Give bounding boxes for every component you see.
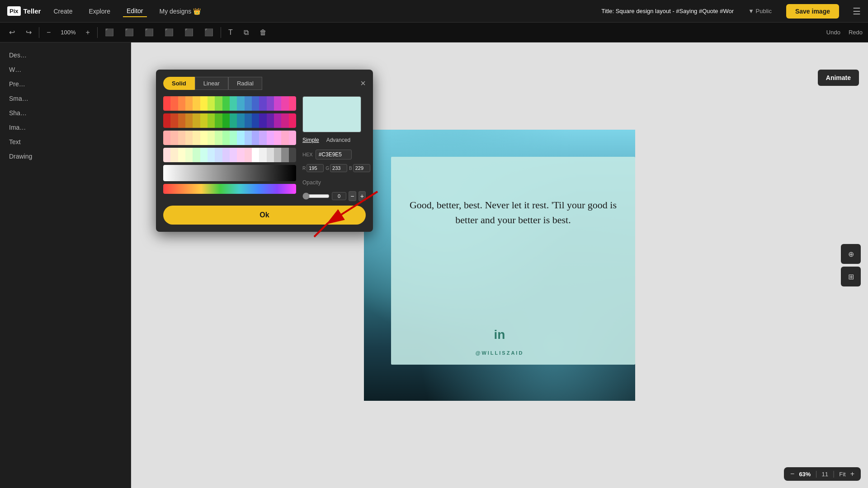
swatch-cell[interactable] bbox=[237, 96, 244, 111]
swatch-cell[interactable] bbox=[281, 148, 288, 162]
sidebar-item-sma[interactable]: Sma… bbox=[0, 91, 131, 106]
swatch-cell[interactable] bbox=[215, 131, 222, 145]
swatch-cell[interactable] bbox=[267, 148, 274, 162]
layers-button[interactable]: ⊞ bbox=[841, 267, 861, 286]
sidebar-item-text[interactable]: Text bbox=[0, 135, 131, 149]
swatch-cell[interactable] bbox=[267, 96, 274, 111]
swatch-cell[interactable] bbox=[200, 131, 208, 145]
swatch-cell[interactable] bbox=[170, 113, 178, 128]
opacity-value[interactable] bbox=[332, 192, 346, 200]
sidebar-item-pre[interactable]: Pre… bbox=[0, 77, 131, 91]
undo-label[interactable]: Undo bbox=[826, 29, 840, 36]
swatch-cell[interactable] bbox=[215, 96, 222, 111]
zoom-in-button[interactable]: + bbox=[850, 470, 854, 478]
swatch-cell[interactable] bbox=[215, 113, 222, 128]
hex-input[interactable] bbox=[316, 150, 352, 160]
swatch-cell[interactable] bbox=[170, 131, 178, 145]
delete-tool[interactable]: 🗑 bbox=[256, 27, 270, 38]
tab-linear[interactable]: Linear bbox=[195, 77, 228, 90]
swatch-cell[interactable] bbox=[178, 148, 185, 162]
nav-editor[interactable]: Editor bbox=[123, 5, 147, 17]
swatch-cell[interactable] bbox=[252, 96, 259, 111]
swatch-cell[interactable] bbox=[170, 96, 178, 111]
swatch-cell[interactable] bbox=[222, 148, 230, 162]
swatch-cell[interactable] bbox=[245, 148, 252, 162]
swatch-cell[interactable] bbox=[252, 148, 259, 162]
align-left[interactable]: ⬛ bbox=[101, 26, 118, 38]
sidebar-item-w[interactable]: W… bbox=[0, 62, 131, 77]
swatch-cell[interactable] bbox=[222, 113, 230, 128]
swatch-cell[interactable] bbox=[200, 113, 208, 128]
swatch-cell[interactable] bbox=[215, 148, 222, 162]
swatch-cell[interactable] bbox=[289, 131, 296, 145]
menu-icon[interactable]: ☰ bbox=[853, 6, 861, 17]
swatch-cell[interactable] bbox=[193, 113, 200, 128]
swatch-cell[interactable] bbox=[237, 131, 244, 145]
swatch-cell[interactable] bbox=[185, 148, 193, 162]
swatch-cell[interactable] bbox=[259, 131, 266, 145]
align-center[interactable]: ⬛ bbox=[121, 26, 137, 38]
tab-solid[interactable]: Solid bbox=[163, 77, 195, 90]
swatch-cell[interactable] bbox=[274, 148, 281, 162]
zoom-in-btn[interactable]: + bbox=[82, 27, 94, 38]
swatch-cell[interactable] bbox=[208, 96, 215, 111]
swatch-cell[interactable] bbox=[208, 131, 215, 145]
swatch-cell[interactable] bbox=[252, 131, 259, 145]
swatch-cell[interactable] bbox=[230, 148, 237, 162]
redo-label[interactable]: Redo bbox=[849, 29, 863, 36]
nav-mydesigns[interactable]: My designs 👑 bbox=[156, 6, 205, 17]
swatch-cell[interactable] bbox=[163, 96, 170, 111]
public-dropdown[interactable]: ▼ Public bbox=[748, 8, 772, 14]
logo[interactable]: Pix Teller bbox=[7, 6, 41, 16]
zoom-out-btn[interactable]: − bbox=[43, 27, 54, 38]
swatch-cell[interactable] bbox=[208, 113, 215, 128]
r-input[interactable] bbox=[307, 164, 324, 172]
undo-button[interactable]: ↩ bbox=[5, 26, 19, 38]
opacity-minus-button[interactable]: − bbox=[349, 191, 356, 201]
swatch-cell[interactable] bbox=[259, 96, 266, 111]
swatch-cell[interactable] bbox=[178, 96, 185, 111]
swatch-cell[interactable] bbox=[281, 96, 288, 111]
swatch-cell[interactable] bbox=[289, 113, 296, 128]
align-top[interactable]: ⬛ bbox=[161, 26, 177, 38]
swatch-cell[interactable] bbox=[274, 113, 281, 128]
animate-button[interactable]: Animate bbox=[818, 70, 859, 86]
swatch-cell[interactable] bbox=[222, 96, 230, 111]
swatch-cell[interactable] bbox=[193, 148, 200, 162]
swatch-cell[interactable] bbox=[170, 148, 178, 162]
sidebar-item-sha[interactable]: Sha… bbox=[0, 106, 131, 120]
sidebar-item-des[interactable]: Des… bbox=[0, 48, 131, 62]
swatch-cell[interactable] bbox=[289, 96, 296, 111]
simple-tab[interactable]: Simple bbox=[302, 137, 319, 143]
swatch-cell[interactable] bbox=[245, 131, 252, 145]
swatch-cell[interactable] bbox=[185, 96, 193, 111]
zoom-out-button[interactable]: − bbox=[790, 470, 794, 478]
swatch-cell[interactable] bbox=[289, 148, 296, 162]
swatch-cell[interactable] bbox=[252, 113, 259, 128]
swatch-cell[interactable] bbox=[237, 148, 244, 162]
swatch-cell[interactable] bbox=[237, 113, 244, 128]
nav-create[interactable]: Create bbox=[50, 6, 76, 17]
swatch-cell[interactable] bbox=[245, 113, 252, 128]
align-middle[interactable]: ⬛ bbox=[181, 26, 197, 38]
save-button[interactable]: Save image bbox=[786, 4, 839, 19]
swatch-cell[interactable] bbox=[230, 113, 237, 128]
swatch-cell[interactable] bbox=[185, 113, 193, 128]
close-button[interactable]: × bbox=[360, 78, 366, 89]
zoom-fit-button[interactable]: Fit bbox=[839, 471, 845, 478]
swatch-cell[interactable] bbox=[281, 131, 288, 145]
quote-text[interactable]: Good, better, best. Never let it rest. '… bbox=[400, 197, 626, 227]
ok-button[interactable]: Ok bbox=[163, 206, 366, 225]
swatch-cell[interactable] bbox=[208, 148, 215, 162]
advanced-tab[interactable]: Advanced bbox=[326, 137, 350, 143]
swatch-cell[interactable] bbox=[230, 96, 237, 111]
text-tool[interactable]: T bbox=[225, 27, 236, 38]
nav-explore[interactable]: Explore bbox=[85, 6, 113, 17]
swatch-cell[interactable] bbox=[163, 113, 170, 128]
swatch-cell[interactable] bbox=[281, 113, 288, 128]
sidebar-item-ima[interactable]: Ima… bbox=[0, 120, 131, 135]
swatch-cell[interactable] bbox=[274, 96, 281, 111]
swatch-cell[interactable] bbox=[163, 148, 170, 162]
align-bottom[interactable]: ⬛ bbox=[201, 26, 217, 38]
swatch-cell[interactable] bbox=[178, 131, 185, 145]
